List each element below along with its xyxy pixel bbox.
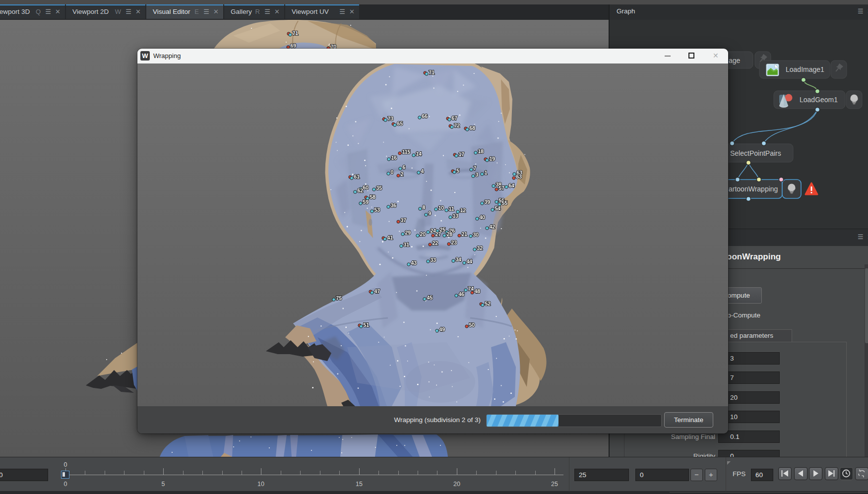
svg-text:30: 30 (473, 232, 479, 238)
svg-text:7: 7 (474, 165, 477, 171)
svg-text:71: 71 (429, 69, 435, 75)
svg-text:artoonWrapping: artoonWrapping (729, 185, 778, 193)
svg-text:4: 4 (421, 168, 424, 174)
svg-text:115: 115 (402, 149, 411, 155)
svg-text:28: 28 (447, 231, 453, 237)
svg-text:35: 35 (376, 185, 382, 191)
svg-text:5: 5 (457, 168, 460, 174)
svg-text:SelectPointPairs: SelectPointPairs (730, 149, 781, 157)
svg-text:12: 12 (460, 207, 466, 213)
svg-text:39: 39 (485, 199, 491, 205)
svg-text:46: 46 (459, 291, 465, 297)
svg-text:18: 18 (478, 148, 484, 154)
svg-text:8: 8 (423, 204, 426, 210)
svg-text:75: 75 (336, 295, 342, 301)
svg-text:21: 21 (462, 231, 468, 237)
svg-text:41: 41 (387, 235, 393, 241)
svg-text:19: 19 (490, 156, 496, 162)
svg-text:13: 13 (453, 213, 459, 219)
svg-text:23: 23 (451, 240, 457, 246)
svg-text:64: 64 (509, 183, 515, 188)
svg-text:1: 1 (485, 170, 488, 176)
svg-text:34: 34 (456, 256, 462, 262)
svg-text:36: 36 (391, 202, 397, 208)
svg-text:60: 60 (363, 185, 369, 190)
svg-text:27: 27 (435, 231, 441, 237)
svg-text:LoadImage1: LoadImage1 (786, 65, 824, 73)
svg-text:40: 40 (480, 214, 486, 220)
svg-text:44: 44 (467, 258, 473, 264)
svg-text:58: 58 (370, 194, 376, 200)
svg-text:72: 72 (454, 123, 460, 128)
svg-text:age: age (729, 57, 741, 64)
svg-text:69: 69 (291, 43, 297, 49)
svg-text:73: 73 (388, 116, 394, 122)
svg-text:61: 61 (354, 174, 360, 180)
svg-text:17: 17 (459, 151, 465, 157)
svg-text:62: 62 (358, 187, 364, 193)
svg-text:67: 67 (452, 115, 458, 121)
svg-text:68: 68 (470, 125, 476, 131)
svg-text:11: 11 (449, 206, 454, 212)
svg-text:59: 59 (363, 199, 369, 205)
svg-text:32: 32 (477, 245, 483, 251)
svg-text:14: 14 (416, 151, 422, 157)
svg-text:22: 22 (433, 240, 438, 246)
svg-text:52: 52 (485, 301, 491, 307)
svg-text:48: 48 (475, 288, 481, 294)
svg-text:47: 47 (374, 288, 380, 294)
svg-text:0: 0 (391, 169, 394, 175)
svg-text:65: 65 (397, 121, 403, 126)
svg-text:16: 16 (391, 155, 397, 161)
svg-text:29: 29 (405, 230, 411, 236)
svg-text:55: 55 (502, 200, 508, 206)
svg-text:66: 66 (422, 113, 428, 119)
svg-text:53: 53 (374, 207, 380, 213)
svg-text:6: 6 (403, 164, 406, 170)
svg-text:50: 50 (469, 322, 475, 328)
svg-text:37: 37 (401, 217, 407, 223)
svg-text:45: 45 (427, 295, 433, 301)
svg-text:71: 71 (293, 30, 299, 36)
svg-text:10: 10 (438, 205, 444, 211)
svg-text:33: 33 (431, 257, 436, 263)
svg-text:2: 2 (401, 171, 404, 177)
svg-text:63: 63 (516, 174, 522, 180)
svg-text:43: 43 (411, 260, 417, 266)
svg-text:57: 57 (499, 185, 505, 191)
svg-text:74: 74 (468, 286, 474, 292)
svg-text:51: 51 (364, 322, 370, 328)
svg-text:54: 54 (495, 205, 501, 211)
svg-text:42: 42 (490, 224, 496, 230)
svg-text:31: 31 (404, 242, 410, 247)
svg-text:9: 9 (429, 210, 432, 216)
svg-text:49: 49 (439, 326, 445, 332)
svg-text:3: 3 (476, 172, 479, 178)
svg-text:LoadGeom1: LoadGeom1 (800, 96, 838, 104)
svg-text:20: 20 (420, 231, 426, 237)
